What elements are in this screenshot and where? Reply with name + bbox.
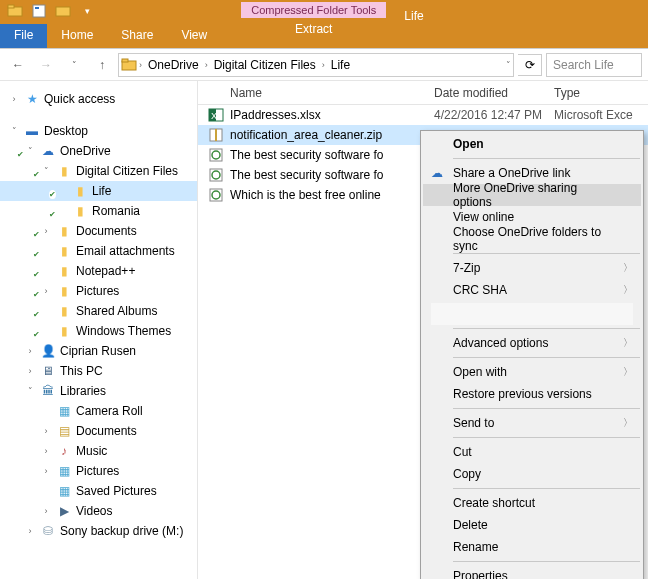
nav-shared-albums[interactable]: ▮✔Shared Albums bbox=[0, 301, 197, 321]
nav-notepadpp[interactable]: ▮✔Notepad++ bbox=[0, 261, 197, 281]
chevron-right-icon[interactable]: › bbox=[322, 60, 325, 70]
cm-properties[interactable]: Properties bbox=[423, 565, 641, 579]
folder-icon: ▮ bbox=[56, 263, 72, 279]
libraries-icon: 🏛 bbox=[40, 383, 56, 399]
folder-icon: ▮ bbox=[72, 183, 88, 199]
nav-romania[interactable]: ▮✔Romania bbox=[0, 201, 197, 221]
window-title: Life bbox=[404, 9, 423, 39]
nav-lib-documents[interactable]: ›▤Documents bbox=[0, 421, 197, 441]
file-row[interactable]: XIPaddresses.xlsx4/22/2016 12:47 PMMicro… bbox=[198, 105, 648, 125]
chevron-right-icon[interactable]: › bbox=[40, 466, 52, 476]
documents-icon: ▤ bbox=[56, 423, 72, 439]
forward-button[interactable]: → bbox=[34, 53, 58, 77]
up-button[interactable]: ↑ bbox=[90, 53, 114, 77]
nav-lib-pictures[interactable]: ›▦Pictures bbox=[0, 461, 197, 481]
refresh-button[interactable]: ⟳ bbox=[518, 54, 542, 76]
chevron-right-icon[interactable]: › bbox=[205, 60, 208, 70]
folder-icon: ▮ bbox=[56, 303, 72, 319]
svg-rect-6 bbox=[122, 59, 128, 62]
column-type[interactable]: Type bbox=[546, 86, 648, 100]
chevron-right-icon: 〉 bbox=[623, 283, 633, 297]
back-button[interactable]: ← bbox=[6, 53, 30, 77]
chevron-right-icon[interactable]: › bbox=[24, 346, 36, 356]
tab-share[interactable]: Share bbox=[107, 24, 167, 48]
crumb-onedrive[interactable]: OneDrive bbox=[144, 58, 203, 72]
cm-open[interactable]: Open bbox=[423, 133, 641, 155]
tab-view[interactable]: View bbox=[167, 24, 221, 48]
chevron-down-icon[interactable]: ˅ bbox=[24, 386, 36, 396]
file-name: Which is the best free online bbox=[230, 188, 381, 202]
cm-create-shortcut[interactable]: Create shortcut bbox=[423, 492, 641, 514]
drive-icon: ⛁ bbox=[40, 523, 56, 539]
cm-more-onedrive-sharing[interactable]: More OneDrive sharing options bbox=[423, 184, 641, 206]
chevron-right-icon[interactable]: › bbox=[8, 94, 20, 104]
svg-rect-2 bbox=[33, 5, 45, 17]
chevron-right-icon[interactable]: › bbox=[40, 286, 52, 296]
cm-send-to[interactable]: Send to〉 bbox=[423, 412, 641, 434]
sync-check-icon: ✔ bbox=[33, 290, 40, 299]
nav-onedrive[interactable]: ˅☁✔OneDrive bbox=[0, 141, 197, 161]
cm-redacted-item bbox=[431, 303, 633, 325]
chevron-down-icon[interactable]: ˅ bbox=[8, 126, 20, 136]
cm-choose-folders-sync[interactable]: Choose OneDrive folders to sync bbox=[423, 228, 641, 250]
nav-pictures[interactable]: ›▮✔Pictures bbox=[0, 281, 197, 301]
nav-email-attachments[interactable]: ▮✔Email attachments bbox=[0, 241, 197, 261]
qat-dropdown-icon[interactable]: ▾ bbox=[76, 0, 98, 22]
tab-extract[interactable]: Extract bbox=[279, 18, 348, 42]
chevron-right-icon[interactable]: › bbox=[40, 506, 52, 516]
nav-videos[interactable]: ›▶Videos bbox=[0, 501, 197, 521]
chevron-down-icon[interactable]: ˅ bbox=[40, 166, 52, 176]
cm-copy[interactable]: Copy bbox=[423, 463, 641, 485]
nav-sony-drive[interactable]: ›⛁Sony backup drive (M:) bbox=[0, 521, 197, 541]
column-name[interactable]: Name bbox=[198, 86, 426, 100]
cm-rename[interactable]: Rename bbox=[423, 536, 641, 558]
chevron-right-icon[interactable]: › bbox=[24, 366, 36, 376]
nav-windows-themes[interactable]: ▮✔Windows Themes bbox=[0, 321, 197, 341]
nav-quick-access[interactable]: ›★Quick access bbox=[0, 89, 197, 109]
column-date[interactable]: Date modified bbox=[426, 86, 546, 100]
sync-check-icon: ✔ bbox=[17, 150, 24, 159]
chevron-right-icon[interactable]: › bbox=[40, 426, 52, 436]
nav-saved-pictures[interactable]: ▦Saved Pictures bbox=[0, 481, 197, 501]
nav-music[interactable]: ›♪Music bbox=[0, 441, 197, 461]
breadcrumb[interactable]: › OneDrive › Digital Citizen Files › Lif… bbox=[118, 53, 514, 77]
title-bar: ▾ File Home Share View Compressed Folder… bbox=[0, 0, 648, 48]
tab-file[interactable]: File bbox=[0, 24, 47, 48]
tab-home[interactable]: Home bbox=[47, 24, 107, 48]
chevron-right-icon[interactable]: › bbox=[40, 446, 52, 456]
chevron-down-icon[interactable]: ˅ bbox=[24, 146, 36, 156]
cm-crc-sha[interactable]: CRC SHA〉 bbox=[423, 279, 641, 301]
sync-check-icon: ✔ bbox=[33, 310, 40, 319]
nav-desktop[interactable]: ˅▬Desktop bbox=[0, 121, 197, 141]
cm-delete[interactable]: Delete bbox=[423, 514, 641, 536]
nav-digital-citizen-files[interactable]: ˅▮✔Digital Citizen Files bbox=[0, 161, 197, 181]
chevron-down-icon[interactable]: ˅ bbox=[506, 60, 511, 70]
folder-icon bbox=[121, 57, 137, 73]
nav-ciprian[interactable]: ›👤Ciprian Rusen bbox=[0, 341, 197, 361]
new-folder-icon[interactable] bbox=[52, 0, 74, 22]
recent-dropdown-icon[interactable]: ˅ bbox=[62, 53, 86, 77]
nav-life[interactable]: ▮✔Life bbox=[0, 181, 197, 201]
address-bar: ← → ˅ ↑ › OneDrive › Digital Citizen Fil… bbox=[0, 49, 648, 81]
contextual-tab-group: Compressed Folder Tools Extract bbox=[241, 0, 386, 48]
crumb-digital-citizen[interactable]: Digital Citizen Files bbox=[210, 58, 320, 72]
cm-restore-previous[interactable]: Restore previous versions bbox=[423, 383, 641, 405]
crumb-life[interactable]: Life bbox=[327, 58, 354, 72]
file-name: The best security software fo bbox=[230, 148, 383, 162]
chevron-right-icon[interactable]: › bbox=[24, 526, 36, 536]
folder-icon: ▮ bbox=[56, 163, 72, 179]
nav-libraries[interactable]: ˅🏛Libraries bbox=[0, 381, 197, 401]
cm-7zip[interactable]: 7-Zip〉 bbox=[423, 257, 641, 279]
folder-icon[interactable] bbox=[4, 0, 26, 22]
search-input[interactable]: Search Life bbox=[546, 53, 642, 77]
cm-open-with[interactable]: Open with〉 bbox=[423, 361, 641, 383]
nav-this-pc[interactable]: ›🖥This PC bbox=[0, 361, 197, 381]
user-icon: 👤 bbox=[40, 343, 56, 359]
nav-documents[interactable]: ›▮✔Documents bbox=[0, 221, 197, 241]
cm-cut[interactable]: Cut bbox=[423, 441, 641, 463]
chevron-right-icon[interactable]: › bbox=[139, 60, 142, 70]
chevron-right-icon[interactable]: › bbox=[40, 226, 52, 236]
cm-advanced-options[interactable]: Advanced options〉 bbox=[423, 332, 641, 354]
nav-camera-roll[interactable]: ▦Camera Roll bbox=[0, 401, 197, 421]
properties-icon[interactable] bbox=[28, 0, 50, 22]
